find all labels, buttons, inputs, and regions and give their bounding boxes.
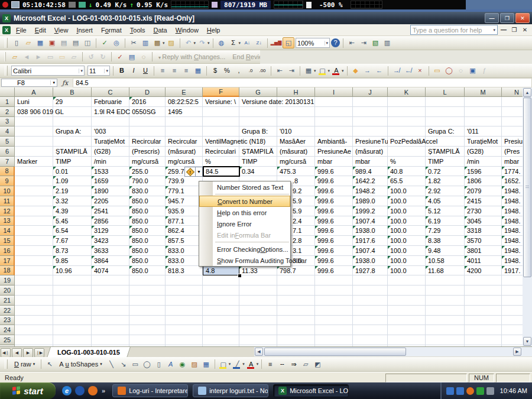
column-header-M[interactable]: M [465,87,502,97]
volume-tray-icon[interactable] [486,387,494,395]
cell-D18[interactable]: 850.0 [129,266,166,276]
name-box-dropdown[interactable]: ▾ [50,80,57,85]
menu-format[interactable]: Format [97,25,126,35]
row-header-18[interactable]: 18 [0,266,15,276]
cell-H15[interactable]: 2.8 [290,236,315,246]
fill-color-icon-dropdown[interactable]: ▾ [229,362,231,366]
error-options-dropdown[interactable]: ▼ [196,167,203,177]
cell-B12[interactable]: 4.39 [53,206,92,216]
cell-C10[interactable]: 1890 [92,186,129,196]
cell-F5[interactable]: VentilMagnetic (N18) [203,137,277,147]
cell-H5[interactable]: MasăAer [277,137,315,147]
taskbar-button-excel[interactable]: XMicrosoft Excel - LOG... [273,384,349,397]
cell-C9[interactable]: 1659 [92,176,129,186]
cell-H4[interactable]: '010 [277,126,315,137]
column-header-D[interactable]: D [129,87,166,97]
borders-icon-dropdown[interactable]: ▾ [314,69,316,73]
cell-I12[interactable]: 999.6 [315,206,353,216]
worksheet-grid[interactable]: ABCDEFGHIJKLMN12345678910111213141516171… [0,87,523,346]
insert-picture-icon[interactable]: ▦ [201,359,212,369]
cell-I18[interactable]: 999.6 [315,266,353,276]
font-name-select[interactable]: Calibri▾ [11,66,85,76]
error-smart-tag-button[interactable]: !▼ [184,167,203,177]
sort-ascending-icon[interactable]: A↓ [242,38,252,48]
cell-G18[interactable]: 11.33 [239,266,277,276]
cell-N8[interactable]: 1774. [502,167,523,177]
cell-I15[interactable]: 999.6 [315,236,353,246]
cell-K8[interactable]: 40.8 [388,167,426,177]
menu-file[interactable]: File [12,25,31,35]
cell-B14[interactable]: 6.54 [53,226,92,236]
cell-C5[interactable]: TurațieMot [92,137,129,147]
firefox-quicklaunch-icon[interactable] [88,386,98,395]
cell-N15[interactable]: 1948. [502,236,523,246]
cell-G1[interactable]: Versiune date: 20130131 [239,97,353,107]
cell-N12[interactable]: 1948. [502,206,523,216]
menu-data[interactable]: Data [149,25,171,35]
cell-D16[interactable]: 850.0 [129,246,166,256]
updates-tray-icon[interactable] [466,387,474,395]
delete-comment-icon[interactable]: ▱ [69,52,79,62]
row-header-25[interactable]: 25 [0,335,15,345]
line-style-icon[interactable]: ≡ [265,359,275,369]
paste-icon[interactable]: ▩ [152,38,163,48]
cell-C18[interactable]: 4074 [92,266,129,276]
globe-quicklaunch-icon[interactable] [75,386,85,395]
currency-icon[interactable]: $ [210,66,220,76]
column-header-B[interactable]: B [53,87,92,97]
cell-I5[interactable]: Ambiantă- [315,137,353,147]
column-header-E[interactable]: E [166,87,203,97]
save-icon[interactable]: ▦ [35,38,46,48]
menu-item-convert-to-number[interactable]: Convert to Number [199,196,290,207]
quick-launch-overflow[interactable]: » [102,387,105,394]
cell-H7[interactable]: mg/cursă [277,157,315,167]
cell-A7[interactable]: Marker [15,157,53,167]
cell-E14[interactable]: 862.4 [166,226,203,236]
select-objects-icon[interactable]: ↖ [44,359,55,369]
cell-D13[interactable]: 850.0 [129,216,166,226]
cell-L6[interactable]: ȘTAMPILĂ [426,147,465,157]
cell-M17[interactable]: 4011 [465,256,502,266]
toolbar-grip[interactable] [5,52,6,61]
font-color-icon[interactable]: A [246,359,257,369]
cell-G7[interactable]: TIMP [239,157,277,167]
edit-comment-icon[interactable]: ▱ [9,52,20,62]
fill-color-icon[interactable]: ▢ [218,359,229,369]
cell-H16[interactable]: 3.1 [290,246,315,256]
fill-handle[interactable] [238,274,242,278]
new-comment-icon[interactable]: ▭ [432,66,443,76]
dash-style-icon[interactable]: ╌ [277,359,287,369]
cell-B9[interactable]: 1.09 [53,176,92,186]
row-header-23[interactable]: 23 [0,316,15,326]
cell-C6[interactable]: (G28) [92,147,129,157]
cell-J11[interactable]: 1989.0 [353,196,388,206]
reply-with-changes-button[interactable]: ▾ Reply with Changes... [155,53,228,60]
cell-E9[interactable]: 739.9 [166,176,203,186]
cell-A2[interactable]: 038 906 019 GL [15,107,92,117]
row-header-10[interactable]: 10 [0,186,15,196]
cell-J16[interactable]: 1907.4 [353,246,388,256]
vertical-scroll-thumb[interactable] [523,98,531,277]
cell-K16[interactable]: 100.0 [388,246,426,256]
cell-N11[interactable]: 1948. [502,196,523,206]
help-icon[interactable]: ? [331,38,340,47]
cell-M6[interactable]: (G28) [465,147,502,157]
menu-help[interactable]: Help [203,25,225,35]
vertical-scrollbar[interactable]: ▲ ▼ [523,87,532,346]
rectangle-icon[interactable]: ▭ [130,359,141,369]
cell-I9[interactable]: 999.6 [315,176,353,186]
sheet-tab[interactable]: LOG-01-003-010-015 [47,347,131,358]
cell-I11[interactable]: 999.6 [315,196,353,206]
row-header-7[interactable]: 7 [0,157,15,167]
toolbar-grip[interactable] [5,66,8,75]
cell-C8[interactable]: 1533 [92,167,129,177]
cell-G8[interactable]: 0.34 [239,167,277,177]
cell-N14[interactable]: 1948. [502,226,523,236]
font-color-icon-dropdown[interactable]: ▾ [257,362,259,366]
increase-indent-icon[interactable]: ⇥ [286,66,297,76]
cell-N6[interactable]: (Pres [502,147,523,157]
cell-L15[interactable]: 8.38 [426,236,465,246]
security-shield-tray-icon[interactable] [476,387,484,395]
workbook-close-button[interactable]: ✕ [520,27,530,33]
column-header-L[interactable]: L [426,87,465,97]
